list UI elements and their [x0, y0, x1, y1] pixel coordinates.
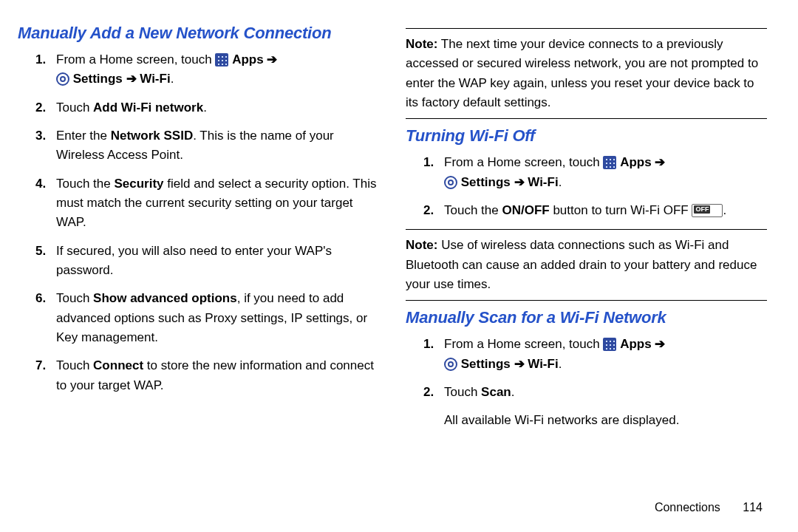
settings-icon [444, 358, 457, 371]
step-7: Touch Connect to store the new informati… [35, 356, 379, 395]
apps-icon [603, 338, 616, 351]
step-2: Touch Add Wi-Fi network. [35, 98, 379, 117]
step-6: Touch Show advanced options, if you need… [35, 289, 379, 347]
apps-icon [215, 53, 228, 66]
step-3: Enter the Network SSID. This is the name… [35, 126, 379, 166]
steps-manually-add: From a Home screen, touch Apps ➔ Setting… [35, 50, 379, 395]
right-column: Note: The next time your device connects… [392, 24, 767, 517]
steps-manual-scan: From a Home screen, touch Apps ➔ Setting… [423, 335, 767, 402]
heading-manually-add: Manually Add a New Network Connection [18, 24, 379, 43]
step-1: From a Home screen, touch Apps ➔ Setting… [423, 335, 767, 374]
left-column: Manually Add a New Network Connection Fr… [18, 24, 392, 517]
settings-icon [56, 72, 69, 86]
note-reconnect: Note: The next time your device connects… [406, 35, 767, 112]
steps-turning-off: From a Home screen, touch Apps ➔ Setting… [423, 153, 767, 220]
heading-turning-off: Turning Wi-Fi Off [406, 126, 767, 146]
footer-section: Connections [655, 501, 720, 514]
step-1: From a Home screen, touch Apps ➔ Setting… [35, 50, 379, 89]
footer-page-number: 114 [743, 501, 763, 514]
divider [406, 118, 767, 119]
step-4: Touch the Security field and select a se… [35, 174, 379, 233]
heading-manual-scan: Manually Scan for a Wi-Fi Network [406, 308, 767, 327]
manual-page: Manually Add a New Network Connection Fr… [0, 0, 798, 532]
step-2: Touch Scan. [423, 383, 767, 402]
off-switch-icon [692, 204, 723, 217]
step-2: Touch the ON/OFF button to turn Wi-Fi OF… [423, 201, 767, 220]
page-footer: Connections 114 [655, 501, 763, 514]
note-battery: Note: Use of wireless data connections s… [406, 236, 767, 294]
apps-icon [603, 156, 616, 169]
scan-result-text: All available Wi-Fi networks are display… [444, 411, 767, 430]
divider [406, 28, 767, 29]
step-5: If secured, you will also need to enter … [35, 242, 379, 281]
settings-icon [444, 176, 457, 189]
step-1: From a Home screen, touch Apps ➔ Setting… [423, 153, 767, 192]
divider [406, 300, 767, 301]
divider [406, 229, 767, 230]
